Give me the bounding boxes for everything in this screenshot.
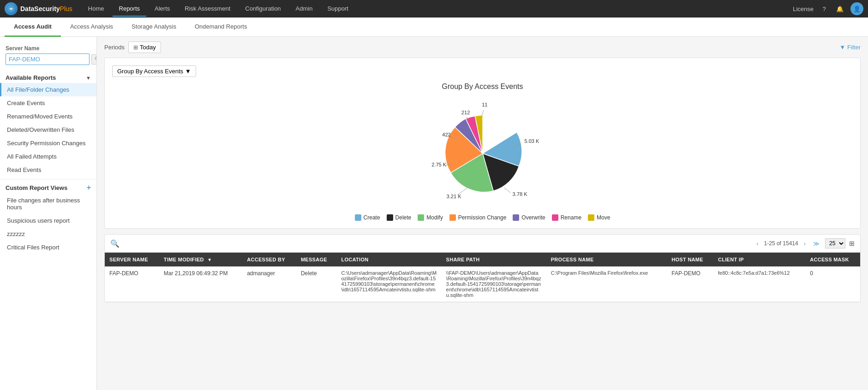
column-settings-button[interactable]: ⊞: [849, 240, 855, 247]
pagination-last-button[interactable]: ≫: [811, 239, 821, 248]
server-input-wrap: 🔍: [6, 53, 91, 65]
nav-risk[interactable]: Risk Assessment: [178, 1, 237, 17]
sidebar-item-deleted-overwritten[interactable]: Deleted/Overwritten Files: [0, 123, 96, 136]
cell-access-mask: 0: [805, 266, 860, 302]
table-section: 🔍 ‹ 1-25 of 15414 › ≫ 25 ⊞ SERVER NAME: [104, 234, 861, 302]
tab-ondemand-reports[interactable]: Ondemand Reports: [186, 18, 256, 37]
pie-chart-svg: 5.03 K 3.78 K 3.21 K 2.75 K 422 212 11: [413, 98, 552, 209]
legend-label-modify: Modify: [426, 214, 443, 221]
server-input[interactable]: [6, 53, 90, 65]
svg-line-2: [504, 188, 510, 193]
nav-support[interactable]: Support: [321, 1, 355, 17]
cell-share-path: \\FAP-DEMO\Users\admanager\AppData\Roami…: [442, 266, 546, 302]
legend-color-overwrite: [513, 214, 519, 221]
top-nav: DataSecurityPlus Home Reports Alerts Ris…: [0, 0, 868, 18]
chart-group-by-button[interactable]: Group By Access Events ▼: [112, 65, 196, 77]
col-share-path: SHARE PATH: [442, 253, 546, 266]
pagination-first-button[interactable]: ‹: [754, 239, 760, 248]
cell-location: C:\Users\admanager\AppData\Roaming\Mozil…: [336, 266, 441, 302]
help-icon[interactable]: ?: [819, 4, 829, 14]
sidebar-item-read-events[interactable]: Read Events: [0, 163, 96, 177]
legend-move: Move: [588, 214, 610, 221]
pagination-next-button[interactable]: ›: [802, 239, 808, 248]
available-reports-label: Available Reports: [6, 74, 56, 81]
legend-label-rename: Rename: [561, 214, 581, 221]
available-reports-header: Available Reports ▼: [0, 71, 96, 83]
cell-host-name: FAP-DEMO: [667, 266, 713, 302]
chart-dropdown-label: Group By Access Events: [117, 68, 183, 75]
cell-client-ip: fe80::4c8c:7e5a:d7a1:73e6%12: [713, 266, 805, 302]
logo: DataSecurityPlus: [5, 2, 72, 15]
sidebar-item-zzzzzz[interactable]: zzzzzz: [0, 227, 96, 241]
tab-access-audit[interactable]: Access Audit: [5, 18, 61, 37]
chart-header: Group By Access Events ▼: [112, 65, 853, 77]
sidebar-item-suspicious-users[interactable]: Suspicious users report: [0, 214, 96, 227]
cell-server-name: FAP-DEMO: [105, 266, 159, 302]
add-custom-report-button[interactable]: +: [87, 183, 91, 192]
user-avatar[interactable]: 👤: [850, 2, 863, 15]
legend-create: Create: [355, 214, 380, 221]
toolbar: Periods ⊞ Today ▼ Filter: [104, 41, 861, 53]
sidebar-item-security-permission[interactable]: Security Permission Changes: [0, 136, 96, 150]
available-reports-arrow[interactable]: ▼: [86, 75, 91, 81]
table-search-icon[interactable]: 🔍: [110, 239, 120, 248]
period-label: Periods: [104, 44, 125, 51]
logo-icon: [5, 2, 18, 15]
sidebar-item-renamed-moved[interactable]: Renamed/Moved Events: [0, 110, 96, 123]
cell-process-name: C:\Program Files\Mozilla Firefox\firefox…: [546, 266, 667, 302]
col-message: MESSAGE: [296, 253, 337, 266]
filter-icon: ▼: [839, 44, 845, 51]
col-location: LOCATION: [336, 253, 441, 266]
pie-chart-container: 5.03 K 3.78 K 3.21 K 2.75 K 422 212 11: [413, 98, 552, 209]
nav-alerts[interactable]: Alerts: [148, 1, 176, 17]
label-permission: 2.75 K: [431, 162, 447, 167]
license-link[interactable]: License: [793, 6, 814, 12]
tab-storage-analysis[interactable]: Storage Analysis: [122, 18, 186, 37]
sidebar-item-create-events[interactable]: Create Events: [0, 96, 96, 110]
data-table: SERVER NAME TIME MODIFIED ▼ ACCESSED BY …: [105, 253, 860, 302]
label-create: 5.03 K: [524, 138, 539, 144]
legend-modify: Modify: [418, 214, 443, 221]
svg-line-3: [457, 188, 467, 195]
pagination-area: ‹ 1-25 of 15414 › ≫ 25 ⊞: [754, 238, 855, 248]
sidebar-item-file-changes-bh[interactable]: File changes after business hours: [0, 194, 96, 214]
notifications-icon[interactable]: 🔔: [835, 4, 845, 14]
chart-title: Group By Access Events: [442, 83, 523, 91]
nav-config[interactable]: Configuration: [239, 1, 287, 17]
nav-items: Home Reports Alerts Risk Assessment Conf…: [82, 1, 793, 17]
server-search-button[interactable]: 🔍: [91, 54, 97, 65]
legend-label-delete: Delete: [395, 214, 412, 221]
legend-color-delete: [387, 214, 393, 221]
server-section: Server Name 🔍: [0, 41, 96, 71]
table-row: FAP-DEMO Mar 21,2019 06:49:32 PM admanag…: [105, 266, 860, 302]
legend-permission-change: Permission Change: [449, 214, 507, 221]
nav-home[interactable]: Home: [82, 1, 111, 17]
period-button[interactable]: ⊞ Today: [128, 41, 161, 53]
sidebar-item-critical-files[interactable]: Critical Files Report: [0, 241, 96, 254]
logo-text: DataSecurity: [20, 5, 60, 12]
legend-color-move: [588, 214, 594, 221]
custom-reports-header: Custom Report Views +: [0, 179, 96, 194]
cell-accessed-by: admanager: [242, 266, 296, 302]
legend-color-create: [355, 214, 361, 221]
grid-icon: ⊞: [133, 44, 138, 51]
filter-button[interactable]: ▼ Filter: [839, 44, 861, 51]
sidebar-item-all-failed-attempts[interactable]: All Failed Attempts: [0, 150, 96, 163]
nav-admin[interactable]: Admin: [289, 1, 319, 17]
logo-plus: Plus: [60, 5, 72, 12]
nav-reports[interactable]: Reports: [113, 1, 147, 17]
main-content: Periods ⊞ Today ▼ Filter Group By Access…: [97, 37, 868, 390]
col-process-name: PROCESS NAME: [546, 253, 667, 266]
table-header-row: SERVER NAME TIME MODIFIED ▼ ACCESSED BY …: [105, 253, 860, 266]
col-accessed-by: ACCESSED BY: [242, 253, 296, 266]
per-page-select[interactable]: 25: [825, 238, 845, 248]
legend-delete: Delete: [387, 214, 412, 221]
chart-dropdown-arrow: ▼: [185, 68, 191, 75]
tab-access-analysis[interactable]: Access Analysis: [61, 18, 122, 37]
legend-color-modify: [418, 214, 424, 221]
col-client-ip: CLIENT IP: [713, 253, 805, 266]
col-time-modified[interactable]: TIME MODIFIED ▼: [159, 253, 242, 266]
cell-message: Delete: [296, 266, 337, 302]
table-toolbar: 🔍 ‹ 1-25 of 15414 › ≫ 25 ⊞: [105, 235, 860, 253]
sidebar-item-all-file-folder[interactable]: All File/Folder Changes: [0, 83, 96, 96]
